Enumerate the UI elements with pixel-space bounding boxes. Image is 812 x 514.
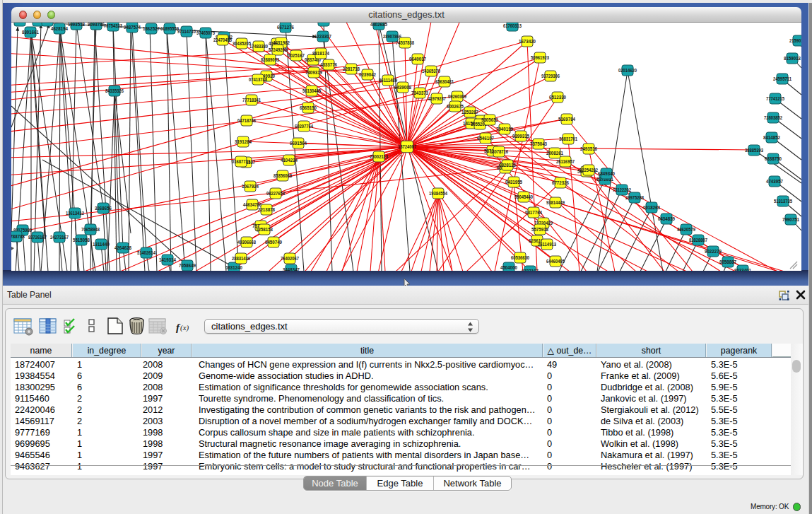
svg-text:93814449: 93814449 — [546, 199, 565, 206]
svg-text:0640037: 0640037 — [409, 56, 426, 62]
svg-text:0317764: 0317764 — [525, 209, 542, 216]
svg-text:26018159: 26018159 — [11, 23, 29, 24]
svg-text:6828126: 6828126 — [499, 162, 516, 168]
svg-text:51402614: 51402614 — [137, 250, 155, 256]
svg-text:07413748: 07413748 — [249, 76, 267, 83]
svg-text:8818174: 8818174 — [312, 50, 329, 57]
svg-text:1311440: 1311440 — [93, 241, 110, 247]
svg-text:7058649: 7058649 — [179, 262, 196, 269]
svg-text:1258153: 1258153 — [256, 226, 273, 233]
svg-text:3191284: 3191284 — [235, 139, 252, 145]
svg-text:26846563: 26846563 — [314, 23, 333, 24]
svg-text:2493516: 2493516 — [580, 146, 597, 152]
svg-text:2281718: 2281718 — [343, 66, 360, 72]
svg-text:84335326: 84335326 — [105, 88, 124, 94]
svg-text:7375043: 7375043 — [530, 141, 547, 147]
svg-text:08227654: 08227654 — [266, 190, 285, 197]
svg-text:4628194: 4628194 — [51, 25, 68, 32]
svg-text:0434839: 0434839 — [658, 216, 675, 222]
svg-text:8737167: 8737167 — [522, 268, 539, 271]
svg-text:0239042: 0239042 — [359, 71, 376, 78]
svg-text:1067924: 1067924 — [242, 183, 259, 189]
svg-text:1419314: 1419314 — [159, 257, 176, 263]
svg-text:8414852: 8414852 — [763, 134, 780, 141]
svg-text:01895559: 01895559 — [160, 25, 179, 32]
svg-text:57249208: 57249208 — [269, 47, 287, 53]
svg-text:79754323: 79754323 — [104, 23, 122, 29]
svg-text:97465075: 97465075 — [196, 30, 215, 36]
svg-text:4333776: 4333776 — [320, 62, 337, 68]
svg-text:77718341: 77718341 — [242, 97, 261, 103]
svg-text:0431955: 0431955 — [505, 179, 522, 185]
svg-text:8033401: 8033401 — [734, 267, 751, 271]
svg-text:02014620: 02014620 — [618, 67, 637, 74]
svg-text:24273167: 24273167 — [50, 234, 69, 240]
svg-text:38885393: 38885393 — [745, 147, 763, 153]
svg-text:8159013: 8159013 — [784, 55, 801, 62]
svg-text:23002113: 23002113 — [370, 153, 388, 160]
svg-text:64460495: 64460495 — [546, 258, 565, 264]
svg-text:76402067: 76402067 — [281, 255, 299, 262]
svg-text:86111489: 86111489 — [379, 77, 397, 83]
svg-text:1862527: 1862527 — [143, 25, 160, 32]
svg-text:74537838: 74537838 — [396, 40, 414, 46]
svg-text:6691564: 6691564 — [290, 140, 307, 146]
svg-text:9093786: 9093786 — [88, 23, 105, 28]
svg-text:7990751: 7990751 — [782, 216, 799, 223]
svg-text:8301661: 8301661 — [22, 29, 39, 35]
svg-text:0399315: 0399315 — [512, 133, 529, 139]
svg-text:77741215: 77741215 — [766, 95, 784, 102]
svg-text:3268656: 3268656 — [95, 205, 112, 211]
svg-text:5515058: 5515058 — [73, 237, 90, 243]
svg-text:13613412: 13613412 — [66, 210, 84, 216]
svg-text:38831701: 38831701 — [559, 136, 577, 142]
svg-text:7343373: 7343373 — [411, 90, 428, 96]
svg-text:28831436: 28831436 — [232, 255, 250, 262]
svg-text:6849340: 6849340 — [598, 170, 615, 177]
svg-text:24595711: 24595711 — [773, 76, 792, 82]
svg-text:8058887: 8058887 — [719, 259, 736, 265]
svg-text:56130445: 56130445 — [302, 88, 321, 94]
svg-text:82254282: 82254282 — [579, 167, 598, 173]
svg-text:4264628: 4264628 — [114, 245, 131, 251]
svg-text:61760313: 61760313 — [503, 23, 522, 29]
svg-text:9022279: 9022279 — [705, 248, 722, 255]
svg-text:1673420: 1673420 — [519, 38, 536, 45]
svg-text:93729306: 93729306 — [541, 73, 560, 79]
svg-text:29975288: 29975288 — [625, 194, 644, 201]
svg-text:1253287: 1253287 — [461, 109, 478, 115]
svg-text:41979237: 41979237 — [428, 95, 446, 102]
svg-text:5575918: 5575918 — [531, 226, 548, 233]
svg-text:50961923: 50961923 — [531, 54, 549, 61]
svg-text:6546107: 6546107 — [477, 135, 494, 141]
svg-text:6439008: 6439008 — [394, 84, 411, 90]
svg-text:01687731: 01687731 — [232, 158, 250, 165]
svg-text:83726167: 83726167 — [28, 234, 47, 240]
svg-text:18724007: 18724007 — [398, 144, 416, 150]
svg-text:9487574: 9487574 — [124, 24, 141, 30]
svg-text:5169784: 5169784 — [558, 116, 575, 122]
svg-text:70658948: 70658948 — [81, 226, 100, 233]
svg-text:21590109: 21590109 — [789, 37, 801, 44]
svg-text:0018263: 0018263 — [643, 204, 660, 211]
svg-text:6772326: 6772326 — [552, 180, 569, 186]
svg-text:7409319: 7409319 — [305, 69, 322, 76]
svg-text:09260309: 09260309 — [448, 93, 466, 100]
svg-text:04718746: 04718746 — [237, 117, 256, 124]
svg-text:76122202: 76122202 — [613, 187, 631, 193]
svg-text:4104234: 4104234 — [281, 157, 298, 163]
svg-text:19384554: 19384554 — [429, 190, 447, 197]
svg-text:6565150: 6565150 — [300, 105, 317, 111]
svg-text:17483380: 17483380 — [249, 43, 268, 49]
svg-text:6671276: 6671276 — [277, 24, 294, 30]
svg-text:6450749: 6450749 — [265, 239, 282, 245]
svg-text:72803852: 72803852 — [764, 115, 782, 121]
svg-text:4504000: 4504000 — [500, 264, 517, 271]
svg-text:85356068: 85356068 — [273, 173, 292, 179]
svg-text:22470455: 22470455 — [213, 37, 232, 43]
svg-text:60536630: 60536630 — [511, 255, 529, 261]
svg-text:28907866: 28907866 — [383, 33, 401, 40]
svg-text:2008261: 2008261 — [546, 150, 563, 156]
svg-text:4402685: 4402685 — [370, 23, 387, 28]
svg-text:59045440: 59045440 — [514, 194, 533, 200]
